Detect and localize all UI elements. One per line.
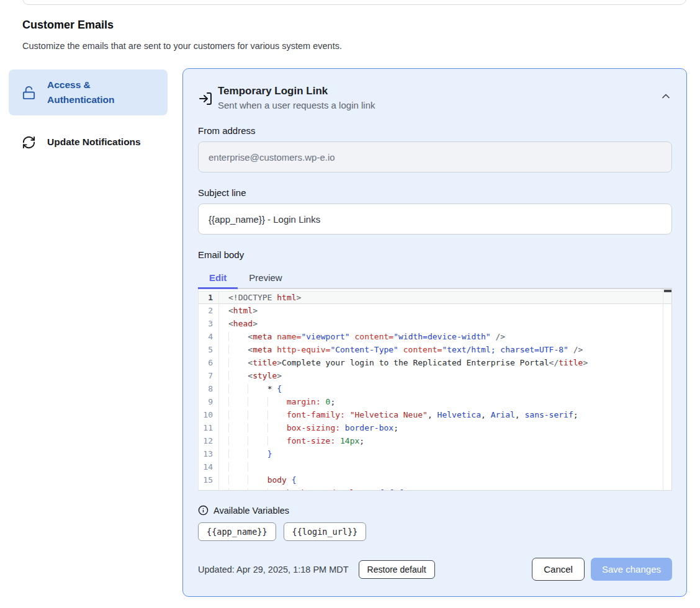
tab-edit[interactable]: Edit — [198, 267, 238, 288]
line-number: 16 — [199, 486, 219, 491]
line-number: 3 — [199, 317, 219, 330]
code-line[interactable]: 11 box-sizing: border-box; — [199, 421, 671, 434]
sidebar-item-label: Update Notifications — [47, 135, 141, 150]
subject-line-label: Subject line — [198, 187, 672, 198]
cancel-button[interactable]: Cancel — [532, 558, 585, 581]
line-number: 2 — [199, 304, 219, 317]
info-icon — [198, 505, 209, 516]
variable-chip-app-name[interactable]: {{app_name}} — [198, 522, 276, 541]
save-changes-button[interactable]: Save changes — [591, 558, 672, 581]
sidebar-item-label: Access & Authentication — [47, 78, 128, 107]
line-number: 15 — [199, 473, 219, 486]
code-line[interactable]: 6 <title>Complete your login to the Repl… — [199, 356, 671, 369]
line-number: 14 — [199, 460, 219, 473]
line-number: 10 — [199, 408, 219, 421]
available-variables-label: Available Variables — [213, 506, 289, 516]
panel-subtitle: Sent when a user requests a login link — [218, 100, 375, 110]
panel-footer: Updated: Apr 29, 2025, 1:18 PM MDT Resto… — [198, 558, 672, 581]
tab-preview[interactable]: Preview — [238, 267, 293, 288]
from-address-input — [198, 141, 672, 172]
sidebar-item-update-notifications[interactable]: Update Notifications — [9, 127, 168, 157]
code-editor[interactable]: 1<!DOCTYPE html>2<html>3<head>4 <meta na… — [198, 289, 672, 491]
editor-tabs: Edit Preview — [198, 267, 672, 289]
line-number: 4 — [199, 330, 219, 343]
code-line[interactable]: 15 body { — [199, 473, 671, 486]
line-number: 7 — [199, 369, 219, 382]
scrollbar-thumb[interactable] — [664, 290, 671, 292]
code-line[interactable]: 12 font-size: 14px; — [199, 434, 671, 447]
code-line[interactable]: 5 <meta http-equiv="Content-Type" conten… — [199, 343, 671, 356]
restore-default-button[interactable]: Restore default — [359, 560, 435, 579]
refresh-icon — [22, 135, 36, 150]
email-settings-panel: Temporary Login Link Sent when a user re… — [182, 68, 687, 597]
code-line[interactable]: 10 font-family: "Helvetica Neue", Helvet… — [199, 408, 671, 421]
line-number: 13 — [199, 447, 219, 460]
from-address-label: From address — [198, 125, 672, 136]
editor-scrollbar[interactable] — [663, 289, 671, 490]
code-line[interactable]: 8 * { — [199, 382, 671, 395]
line-number: 11 — [199, 421, 219, 434]
code-line[interactable]: 7 <style> — [199, 369, 671, 382]
variable-chip-login-url[interactable]: {{login_url}} — [284, 522, 367, 541]
code-line[interactable]: 14 — [199, 460, 671, 473]
line-number: 9 — [199, 395, 219, 408]
previous-card-bottom-edge — [22, 0, 686, 5]
sidebar: Access & Authentication Update Notificat… — [9, 69, 168, 157]
subject-line-input[interactable] — [198, 203, 672, 235]
line-number: 6 — [199, 356, 219, 369]
line-number: 5 — [199, 343, 219, 356]
login-icon — [198, 91, 213, 106]
code-line[interactable]: 3<head> — [199, 317, 671, 330]
code-line[interactable]: 16 background-color: #f6f6f6; — [199, 486, 671, 491]
page-title: Customer Emails — [22, 19, 114, 32]
email-body-label: Email body — [198, 249, 672, 260]
line-number: 8 — [199, 382, 219, 395]
page-subtitle: Customize the emails that are sent to yo… — [22, 41, 342, 51]
updated-timestamp: Updated: Apr 29, 2025, 1:18 PM MDT — [198, 565, 349, 574]
panel-header: Temporary Login Link Sent when a user re… — [198, 85, 672, 110]
code-line[interactable]: 9 margin: 0; — [199, 395, 671, 408]
code-line[interactable]: 2<html> — [199, 304, 671, 317]
sidebar-item-access-authentication[interactable]: Access & Authentication — [9, 69, 168, 115]
lock-open-icon — [22, 86, 36, 100]
collapse-button[interactable] — [660, 90, 672, 102]
chevron-up-icon — [660, 90, 672, 102]
code-line[interactable]: 13 } — [199, 447, 671, 460]
line-number: 1 — [199, 291, 219, 304]
panel-title: Temporary Login Link — [218, 85, 375, 97]
code-line[interactable]: 1<!DOCTYPE html> — [199, 291, 671, 304]
line-number: 12 — [199, 434, 219, 447]
code-line[interactable]: 4 <meta name="viewport" content="width=d… — [199, 330, 671, 343]
